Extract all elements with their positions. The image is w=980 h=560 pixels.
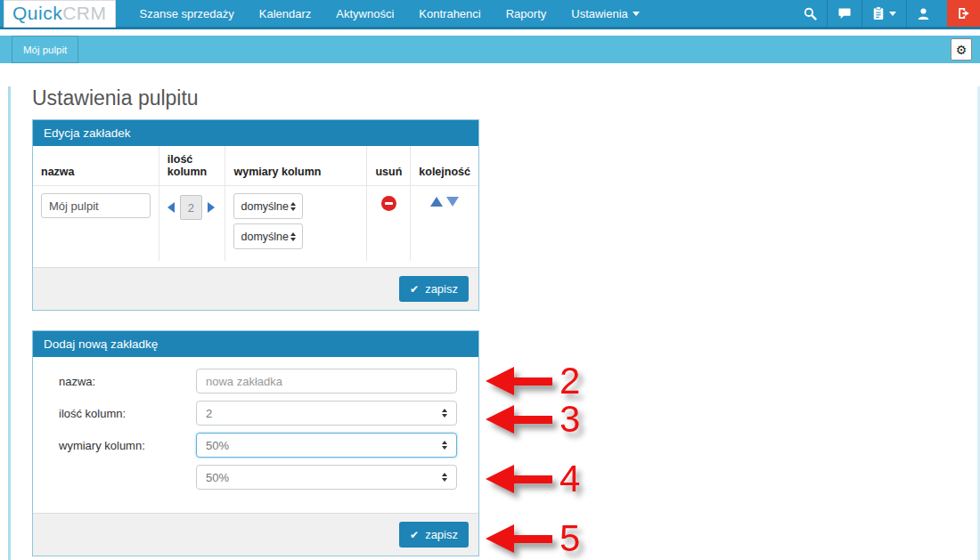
menu-item-ustawienia[interactable]: Ustawienia [559, 7, 652, 20]
column-count-value: 2 [180, 195, 202, 220]
column-count-label: ilość kolumn: [59, 407, 196, 420]
navbar-gap [0, 29, 980, 36]
add-tab-panel-footer: ✔zapisz [33, 513, 478, 556]
dashboard-tab-bar: Mój pulpit ⚙ [0, 36, 980, 63]
tabs-table: nazwa ilość kolumn wymiary kolumn usuń k… [33, 146, 478, 261]
menu-item-aktywnosci[interactable]: Aktywności [323, 7, 406, 20]
top-navbar: QuickCRM Szanse sprzedaży Kalendarz Akty… [0, 0, 980, 29]
tab-moj-pulpit[interactable]: Mój pulpit [12, 36, 78, 63]
tabs-table-header-row: nazwa ilość kolumn wymiary kolumn usuń k… [33, 146, 478, 186]
decrease-columns-icon[interactable] [167, 202, 175, 213]
save-tabs-button[interactable]: ✔zapisz [399, 276, 469, 302]
add-tab-panel: Dodaj nową zakładkę nazwa: ilość kolumn:… [32, 330, 479, 556]
logout-icon [957, 6, 971, 20]
edit-tabs-panel-footer: ✔zapisz [33, 267, 478, 310]
menu-item-szanse-sprzedazy[interactable]: Szanse sprzedaży [127, 7, 247, 20]
delete-tab-icon[interactable] [381, 196, 396, 211]
col-header-wymiary-kolumn: wymiary kolumn [225, 146, 367, 186]
tasks-dropdown-button[interactable] [862, 0, 906, 27]
select-spinner-icon [442, 409, 447, 418]
col-header-kolejnosc: kolejność [411, 146, 478, 186]
menu-item-kalendarz[interactable]: Kalendarz [247, 7, 324, 20]
page-content: Ustawienia pulpitu Edycja zakładek nazwa… [8, 86, 980, 560]
chevron-down-icon [633, 12, 640, 16]
check-icon: ✔ [410, 529, 419, 541]
select-spinner-icon [290, 232, 296, 241]
new-tab-column-count-select[interactable]: 2 [196, 401, 457, 426]
new-tab-name-input[interactable] [196, 369, 457, 394]
chat-button[interactable] [827, 0, 862, 27]
add-tab-form: nazwa: ilość kolumn: 2 wymiary kolumn: [33, 357, 478, 513]
form-row-dimensions-2: 50% [59, 465, 457, 490]
page-title: Ustawienia pulpitu [32, 86, 977, 110]
dashboard-settings-button[interactable]: ⚙ [951, 38, 972, 61]
tab-name-input[interactable] [41, 193, 151, 218]
name-label: nazwa: [59, 375, 196, 388]
user-profile-button[interactable] [906, 0, 940, 27]
menu-item-kontrahenci[interactable]: Kontrahenci [406, 7, 493, 20]
column-count-stepper: 2 [167, 195, 217, 220]
user-icon [917, 7, 930, 20]
col-header-nazwa: nazwa [33, 146, 159, 186]
form-row-name: nazwa: [59, 369, 457, 394]
chevron-down-icon [889, 12, 896, 16]
navbar-actions [794, 0, 980, 27]
column2-width-select[interactable]: domyślne [233, 223, 303, 249]
logo-part-crm: CRM [62, 3, 106, 23]
new-tab-dim2-select[interactable]: 50% [196, 465, 457, 490]
clipboard-icon [872, 6, 885, 20]
check-icon: ✔ [410, 283, 419, 296]
main-menu: Szanse sprzedaży Kalendarz Aktywności Ko… [127, 7, 652, 20]
edit-tabs-panel-header: Edycja zakładek [33, 120, 478, 146]
select-spinner-icon [442, 441, 447, 450]
gear-icon: ⚙ [956, 43, 968, 57]
table-row: 2 domyślne domyślne [33, 186, 478, 262]
form-row-dimensions-1: wymiary kolumn: 50% [59, 433, 457, 458]
search-button[interactable] [794, 0, 827, 27]
save-new-tab-button[interactable]: ✔zapisz [399, 522, 469, 548]
dimensions-label: wymiary kolumn: [59, 439, 196, 452]
search-icon [804, 7, 817, 20]
move-down-icon[interactable] [446, 197, 459, 207]
new-tab-dim1-select[interactable]: 50% [196, 433, 457, 458]
increase-columns-icon[interactable] [208, 202, 215, 213]
tab-order-controls [419, 197, 470, 207]
select-spinner-icon [442, 473, 447, 482]
form-row-column-count: ilość kolumn: 2 [59, 401, 457, 426]
move-up-icon[interactable] [430, 197, 443, 207]
app-logo[interactable]: QuickCRM [4, 0, 116, 28]
logout-button[interactable] [947, 0, 980, 27]
menu-item-raporty[interactable]: Raporty [494, 7, 559, 20]
chat-icon [837, 7, 852, 20]
select-spinner-icon [290, 202, 296, 211]
add-tab-panel-header: Dodaj nową zakładkę [33, 331, 478, 357]
col-header-usun: usuń [367, 146, 411, 186]
col-header-ilosc-kolumn: ilość kolumn [159, 146, 225, 186]
logo-part-quick: Quick [12, 3, 62, 23]
edit-tabs-panel: Edycja zakładek nazwa ilość kolumn wymia… [32, 119, 479, 311]
column1-width-select[interactable]: domyślne [233, 193, 303, 219]
